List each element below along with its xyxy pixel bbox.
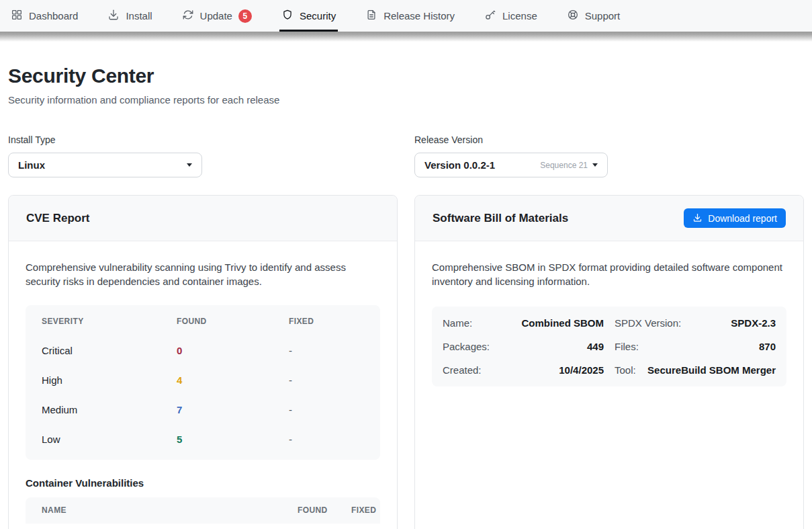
release-version-filter: Release Version Version 0.0.2-1 Sequence…: [414, 134, 804, 177]
dashboard-grid-icon: [11, 9, 23, 23]
download-icon: [692, 212, 703, 225]
nav-item-label: Security: [300, 10, 336, 22]
download-icon: [107, 9, 120, 23]
release-version-label: Release Version: [414, 134, 804, 145]
download-report-label: Download report: [708, 213, 777, 224]
cve-card-header: CVE Report: [9, 196, 397, 241]
column-header: FIXED: [351, 505, 377, 515]
column-header: NAME: [42, 505, 298, 515]
nav-item-security[interactable]: Security: [281, 0, 336, 32]
report-cards: CVE Report Comprehensive vulnerability s…: [8, 195, 804, 529]
nav-item-label: Release History: [384, 10, 455, 22]
chevron-down-icon: [592, 163, 598, 167]
sbom-detail-packages: Packages: 449: [443, 335, 604, 358]
cve-description: Comprehensive vulnerability scanning usi…: [26, 260, 380, 289]
nav-item-support[interactable]: Support: [567, 0, 621, 32]
shield-icon: [281, 9, 294, 23]
cve-report-card: CVE Report Comprehensive vulnerability s…: [8, 195, 398, 529]
chevron-down-icon: [187, 163, 192, 167]
download-report-button[interactable]: Download report: [684, 208, 786, 228]
nav-item-label: Install: [126, 10, 152, 22]
container-vuln-table-header: NAME FOUND FIXED: [26, 497, 380, 524]
install-type-value: Linux: [18, 159, 45, 171]
scroll-shadow: [0, 32, 812, 42]
severity-table: SEVERITY FOUND FIXED Critical 0 - High 4…: [26, 305, 380, 460]
column-header: FIXED: [289, 317, 364, 326]
column-header: FOUND: [298, 505, 328, 515]
nav-item-label: Update: [200, 10, 232, 22]
sbom-detail-name: Name: Combined SBOM: [443, 311, 604, 335]
nav-item-label: Dashboard: [29, 10, 78, 22]
refresh-icon: [182, 9, 194, 23]
sbom-card-header: Software Bill of Materials Download repo…: [415, 196, 803, 241]
update-count-badge: 5: [238, 9, 252, 23]
sbom-detail-tool: Tool: SecureBuild SBOM Merger: [615, 358, 776, 382]
document-icon: [365, 9, 377, 23]
nav-item-release-history[interactable]: Release History: [365, 0, 455, 32]
nav-item-update[interactable]: Update 5: [182, 0, 252, 32]
key-icon: [484, 9, 496, 23]
container-vulnerabilities-title: Container Vulnerabilities: [26, 477, 380, 489]
sbom-description: Comprehensive SBOM in SPDX format provid…: [432, 260, 786, 289]
page-subtitle: Security information and compliance repo…: [8, 94, 804, 106]
nav-item-install[interactable]: Install: [107, 0, 152, 32]
column-header: FOUND: [177, 317, 289, 326]
page-title: Security Center: [8, 64, 804, 88]
sbom-card: Software Bill of Materials Download repo…: [414, 195, 804, 529]
sbom-detail-created: Created: 10/4/2025: [443, 358, 604, 382]
install-type-label: Install Type: [8, 134, 398, 145]
cve-card-title: CVE Report: [26, 212, 89, 225]
filters-row: Install Type Linux Release Version Versi…: [8, 134, 804, 177]
sbom-detail-files: Files: 870: [615, 335, 776, 358]
sequence-label: Sequence 21: [540, 161, 588, 170]
column-header: SEVERITY: [42, 317, 177, 326]
release-version-value: Version 0.0.2-1: [424, 159, 495, 171]
top-nav: Dashboard Install Update 5 Security Rele…: [0, 0, 812, 32]
severity-table-header: SEVERITY FOUND FIXED: [26, 307, 380, 336]
nav-item-dashboard[interactable]: Dashboard: [11, 0, 78, 32]
sbom-details: Name: Combined SBOM SPDX Version: SPDX-2…: [432, 307, 786, 386]
security-center-page: Security Center Security information and…: [0, 64, 812, 529]
lifebuoy-icon: [567, 9, 579, 23]
release-version-select[interactable]: Version 0.0.2-1 Sequence 21: [414, 153, 608, 177]
install-type-select[interactable]: Linux: [8, 153, 202, 177]
table-row: High 4 -: [26, 366, 380, 395]
nav-item-license[interactable]: License: [484, 0, 537, 32]
table-row: Medium 7 -: [26, 395, 380, 425]
nav-item-label: License: [502, 10, 537, 22]
nav-item-label: Support: [585, 10, 621, 22]
install-type-filter: Install Type Linux: [8, 134, 398, 177]
table-row: Critical 0 -: [26, 336, 380, 366]
table-row: Low 5 -: [26, 425, 380, 454]
sbom-card-title: Software Bill of Materials: [433, 212, 568, 225]
sbom-detail-spdx-version: SPDX Version: SPDX-2.3: [615, 311, 776, 335]
